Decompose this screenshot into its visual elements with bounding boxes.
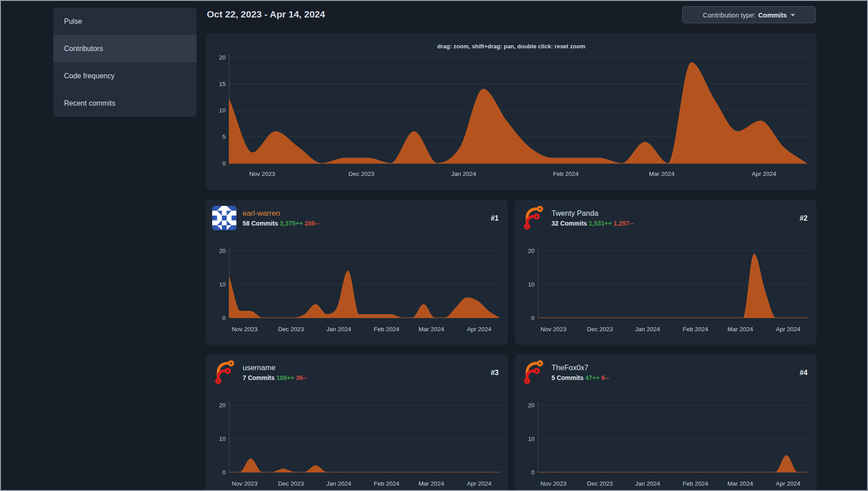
svg-text:Nov 2023: Nov 2023 [231,326,257,333]
contributor-name-link[interactable]: TheFox0x7 [552,363,589,372]
contributor-card-2: Twenty Panda 32 Commits 1,531++ 1,297-- … [515,200,817,345]
rank-badge: #2 [800,214,808,222]
contributor-stats: 58 Commits 3,375++ 286-- [243,220,319,227]
svg-text:Dec 2023: Dec 2023 [278,326,304,333]
svg-text:Jan 2024: Jan 2024 [326,480,351,487]
contributor-card-header: Twenty Panda 32 Commits 1,531++ 1,297-- … [515,200,817,238]
contributor-card-header: earl-warren 58 Commits 3,375++ 286-- #1 [206,200,508,238]
rank-badge: #4 [800,369,808,377]
sidebar-item-recent-commits[interactable]: Recent commits [53,90,197,117]
forgejo-logo-avatar [521,206,545,230]
chart-zoom-hint: drag: zoom, shift+drag: pan, double clic… [206,43,817,50]
contributor-name-link[interactable]: earl-warren [243,209,280,218]
date-range-title: Oct 22, 2023 - Apr 14, 2024 [207,9,325,20]
svg-text:10: 10 [528,435,534,442]
commit-count: 5 Commits [552,374,584,381]
svg-text:Nov 2023: Nov 2023 [540,480,566,487]
sidebar-item-pulse[interactable]: Pulse [53,8,197,35]
contributor-card-header: username 7 Commits 108++ 36-- #3 [206,354,508,393]
svg-text:15: 15 [219,81,226,87]
svg-text:Apr 2024: Apr 2024 [776,326,800,333]
svg-text:5: 5 [222,133,226,140]
contribution-type-label: Contribution type: [703,11,756,19]
additions-count: 108++ [276,374,294,381]
contributor-card-3: username 7 Commits 108++ 36-- #3 01020No… [206,354,508,491]
svg-text:Feb 2024: Feb 2024 [374,326,400,333]
svg-text:Jan 2024: Jan 2024 [451,171,476,177]
svg-text:10: 10 [219,435,226,442]
svg-text:Jan 2024: Jan 2024 [635,326,660,333]
contributor-stats: 32 Commits 1,531++ 1,297-- [552,220,633,227]
svg-text:Jan 2024: Jan 2024 [635,480,660,487]
svg-text:10: 10 [219,281,226,288]
contributor-stats: 5 Commits 47++ 6-- [552,374,609,381]
deletions-count: 36-- [296,374,307,381]
additions-count: 47++ [585,374,599,381]
svg-text:20: 20 [219,54,226,61]
svg-text:0: 0 [531,315,534,321]
activity-sidebar: Pulse Contributors Code frequency Recent… [53,8,197,117]
contributor-stats: 7 Commits 108++ 36-- [243,374,307,381]
svg-text:Mar 2024: Mar 2024 [727,480,753,487]
contributor-name-link[interactable]: username [243,363,275,372]
svg-text:Jan 2024: Jan 2024 [326,326,351,333]
svg-text:Dec 2023: Dec 2023 [587,326,613,333]
svg-text:Apr 2024: Apr 2024 [776,480,800,487]
svg-text:Feb 2024: Feb 2024 [553,171,579,177]
contributor-card-4: TheFox0x7 5 Commits 47++ 6-- #4 01020Nov… [515,354,817,491]
contributors-page: Pulse Contributors Code frequency Recent… [0,0,868,491]
svg-text:Dec 2023: Dec 2023 [349,171,375,177]
svg-text:Apr 2024: Apr 2024 [467,480,492,487]
svg-text:0: 0 [222,315,226,321]
commit-count: 58 Commits [243,220,278,227]
total-commits-panel: drag: zoom, shift+drag: pan, double clic… [206,33,817,190]
contributor-area-chart[interactable]: 01020Nov 2023Dec 2023Jan 2024Feb 2024Mar… [206,238,508,346]
svg-text:Nov 2023: Nov 2023 [249,171,275,177]
svg-text:20: 20 [219,402,226,409]
identicon-avatar [212,206,236,230]
additions-count: 1,531++ [589,220,611,227]
deletions-count: 6-- [601,374,609,381]
svg-text:Mar 2024: Mar 2024 [727,326,753,333]
contribution-type-dropdown[interactable]: Contribution type: Commits [682,6,816,23]
svg-text:Nov 2023: Nov 2023 [231,480,257,487]
deletions-count: 286-- [305,220,320,227]
svg-text:20: 20 [528,402,534,409]
svg-text:10: 10 [219,107,226,114]
sidebar-item-contributors[interactable]: Contributors [53,35,197,62]
svg-text:20: 20 [528,248,534,254]
contributor-area-chart[interactable]: 01020Nov 2023Dec 2023Jan 2024Feb 2024Mar… [206,393,508,491]
svg-text:0: 0 [222,160,226,167]
svg-text:Mar 2024: Mar 2024 [419,326,445,333]
contributor-area-chart[interactable]: 01020Nov 2023Dec 2023Jan 2024Feb 2024Mar… [515,393,817,491]
svg-text:20: 20 [219,248,226,254]
contributor-name-link[interactable]: Twenty Panda [552,209,599,218]
svg-text:Mar 2024: Mar 2024 [649,171,675,177]
svg-text:Feb 2024: Feb 2024 [374,480,400,487]
svg-text:0: 0 [222,469,226,476]
svg-text:Dec 2023: Dec 2023 [278,480,304,487]
contribution-type-value: Commits [758,11,787,19]
contributor-area-chart[interactable]: 01020Nov 2023Dec 2023Jan 2024Feb 2024Mar… [515,238,817,346]
forgejo-logo-avatar [212,360,236,384]
forgejo-logo-avatar [521,360,545,384]
additions-count: 3,375++ [280,220,303,227]
svg-text:Feb 2024: Feb 2024 [683,480,709,487]
rank-badge: #3 [491,369,499,377]
total-commits-area-chart[interactable]: 05101520Nov 2023Dec 2023Jan 2024Feb 2024… [206,49,817,190]
svg-text:Dec 2023: Dec 2023 [587,480,613,487]
svg-text:Mar 2024: Mar 2024 [419,480,445,487]
sidebar-item-code-frequency[interactable]: Code frequency [53,62,197,90]
svg-text:10: 10 [528,281,534,288]
rank-badge: #1 [491,214,499,222]
contributor-card-1: earl-warren 58 Commits 3,375++ 286-- #1 … [206,200,508,345]
svg-text:0: 0 [531,469,534,476]
chevron-down-icon [791,14,795,17]
svg-text:Apr 2024: Apr 2024 [467,326,492,333]
svg-text:Apr 2024: Apr 2024 [752,171,776,177]
contributor-card-header: TheFox0x7 5 Commits 47++ 6-- #4 [515,354,817,393]
commit-count: 32 Commits [552,220,587,227]
svg-text:Nov 2023: Nov 2023 [540,326,566,333]
deletions-count: 1,297-- [614,220,633,227]
commit-count: 7 Commits [243,374,275,381]
